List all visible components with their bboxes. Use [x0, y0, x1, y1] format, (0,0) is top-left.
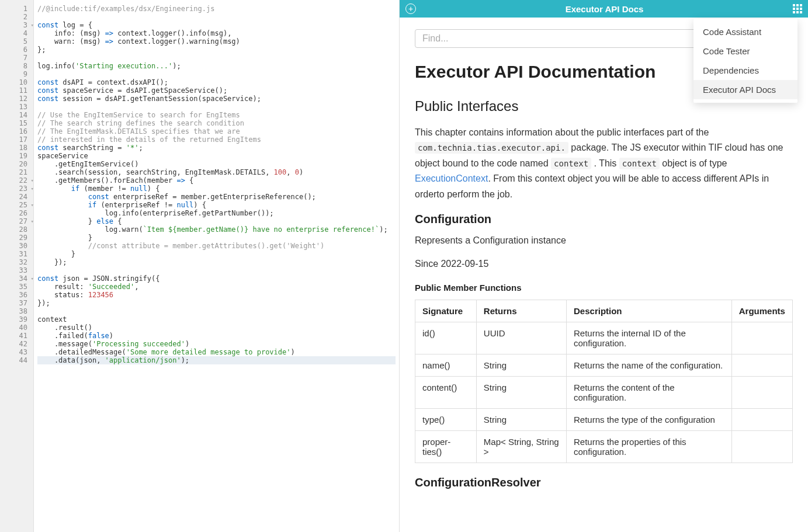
line-number: 38: [0, 307, 33, 315]
table-row: proper-ties()Map< String, String >Return…: [415, 430, 793, 463]
dropdown-item[interactable]: Code Assistant: [693, 22, 797, 41]
code-line[interactable]: log.warn(`Item ${member.getName()} have …: [37, 225, 396, 234]
code-line[interactable]: context: [37, 315, 396, 324]
member-functions-table: SignatureReturnsDescriptionArguments id(…: [415, 300, 793, 463]
code-line[interactable]: [37, 266, 396, 274]
line-number: 33: [0, 266, 33, 274]
docs-pane: + Executor API Docs Code AssistantCode T…: [400, 0, 808, 532]
table-cell: Returns the type of the configuration: [567, 408, 732, 430]
config-description: Represents a Configuration instance: [415, 233, 793, 248]
code-line[interactable]: .data(json, 'application/json');: [37, 356, 396, 364]
dropdown-item[interactable]: Dependencies: [693, 61, 797, 80]
line-number: 17: [0, 135, 33, 144]
code-line[interactable]: .search(session, searchString, EngItemMa…: [37, 168, 396, 176]
code-line[interactable]: .result(): [37, 324, 396, 332]
code-line[interactable]: [37, 13, 396, 21]
code-line[interactable]: // Use the EngItemService to search for …: [37, 111, 396, 119]
code-line[interactable]: // The search string defines the search …: [37, 119, 396, 127]
code-line[interactable]: }: [37, 250, 396, 258]
table-cell: [731, 430, 792, 463]
dropdown-item[interactable]: Executor API Docs: [693, 80, 797, 99]
code-line[interactable]: .message('Processing succeeded'): [37, 340, 396, 348]
code-line[interactable]: //@include:tif/examples/dsx/Engineering.…: [37, 5, 396, 13]
line-number: 9: [0, 70, 33, 78]
code-context1: context: [551, 158, 591, 169]
line-number: 15: [0, 119, 33, 127]
code-editor-pane: 1234567891011121314151617181920212223242…: [0, 0, 400, 532]
table-header: Signature: [415, 300, 477, 322]
code-line[interactable]: //const attribute = member.getAttributes…: [37, 242, 396, 250]
code-line[interactable]: const dsAPI = context.dsxAPI();: [37, 78, 396, 86]
table-cell: Map< String, String >: [476, 430, 566, 463]
code-line[interactable]: });: [37, 258, 396, 266]
code-line[interactable]: const spaceService = dsAPI.getSpaceServi…: [37, 86, 396, 95]
add-icon[interactable]: +: [405, 4, 416, 14]
code-line[interactable]: const json = JSON.stringify({: [37, 274, 396, 283]
line-number: 2: [0, 13, 33, 21]
code-line[interactable]: [37, 307, 396, 315]
line-number: 43: [0, 348, 33, 356]
code-line[interactable]: .getEngItemService(): [37, 160, 396, 168]
code-line[interactable]: // The EngItemMask.DETAILS specifies tha…: [37, 127, 396, 135]
line-number: 25: [0, 201, 33, 209]
line-number: 10: [0, 78, 33, 86]
code-package: com.technia.tias.executor.api.: [415, 142, 568, 154]
code-line[interactable]: [37, 103, 396, 111]
line-number: 11: [0, 86, 33, 95]
code-line[interactable]: }: [37, 234, 396, 242]
configuration-resolver-heading: ConfigurationResolver: [415, 476, 793, 489]
code-line[interactable]: spaceService: [37, 152, 396, 160]
table-cell: Returns the name of the configuration.: [567, 354, 732, 376]
code-line[interactable]: });: [37, 299, 396, 307]
code-line[interactable]: const searchString = '*';: [37, 144, 396, 152]
code-line[interactable]: .getMembers().forEach(member => {: [37, 176, 396, 185]
code-line[interactable]: log.info('Starting execution...');: [37, 62, 396, 70]
table-cell: Returns the content of the configuration…: [567, 376, 732, 408]
code-line[interactable]: if (member != null) {: [37, 185, 396, 193]
code-line[interactable]: info: (msg) => context.logger().info(msg…: [37, 29, 396, 37]
code-line[interactable]: status: 123456: [37, 291, 396, 299]
code-line[interactable]: const session = dsAPI.getTenantSession(s…: [37, 95, 396, 103]
line-number: 29: [0, 234, 33, 242]
grid-menu-icon[interactable]: [793, 4, 802, 13]
line-number: 12: [0, 95, 33, 103]
header-title: Executor API Docs: [566, 4, 644, 14]
table-cell: String: [476, 408, 566, 430]
line-number: 7: [0, 54, 33, 62]
code-line[interactable]: log.info(enterpriseRef.getPartNumber());: [37, 209, 396, 217]
code-line[interactable]: };: [37, 46, 396, 54]
table-header: Description: [567, 300, 732, 322]
line-number: 5: [0, 37, 33, 46]
code-line[interactable]: // interested in the details of the retu…: [37, 135, 396, 144]
code-line[interactable]: const enterpriseRef = member.getEnterpri…: [37, 193, 396, 201]
line-number: 42: [0, 340, 33, 348]
table-cell: UUID: [476, 322, 566, 354]
execution-context-link[interactable]: ExecutionContext: [415, 173, 488, 183]
code-line[interactable]: if (enterpriseRef != null) {: [37, 201, 396, 209]
code-line[interactable]: } else {: [37, 217, 396, 225]
line-number: 19: [0, 152, 33, 160]
line-number: 24: [0, 193, 33, 201]
table-cell: Returns the internal ID of the configura…: [567, 322, 732, 354]
code-line[interactable]: const log = {: [37, 21, 396, 29]
table-cell: id(): [415, 322, 477, 354]
code-line[interactable]: result: 'Succeeded',: [37, 283, 396, 291]
code-line[interactable]: [37, 54, 396, 62]
line-number: 14: [0, 111, 33, 119]
intro-paragraph: This chapter contains information about …: [415, 125, 793, 202]
table-cell: type(): [415, 408, 477, 430]
code-line[interactable]: .detailedMessage('Some more detailed mes…: [37, 348, 396, 356]
table-row: type()StringReturns the type of the conf…: [415, 408, 793, 430]
code-line[interactable]: .failed(false): [37, 332, 396, 340]
code-area[interactable]: //@include:tif/examples/dsx/Engineering.…: [34, 0, 399, 532]
line-number: 18: [0, 144, 33, 152]
line-number: 8: [0, 62, 33, 70]
dropdown-item[interactable]: Code Tester: [693, 41, 797, 61]
table-header: Arguments: [731, 300, 792, 322]
code-line[interactable]: warn: (msg) => context.logger().warning(…: [37, 37, 396, 46]
line-number: 6: [0, 46, 33, 54]
table-row: id()UUIDReturns the internal ID of the c…: [415, 322, 793, 354]
table-cell: [731, 376, 792, 408]
code-line[interactable]: [37, 70, 396, 78]
table-cell: [731, 354, 792, 376]
